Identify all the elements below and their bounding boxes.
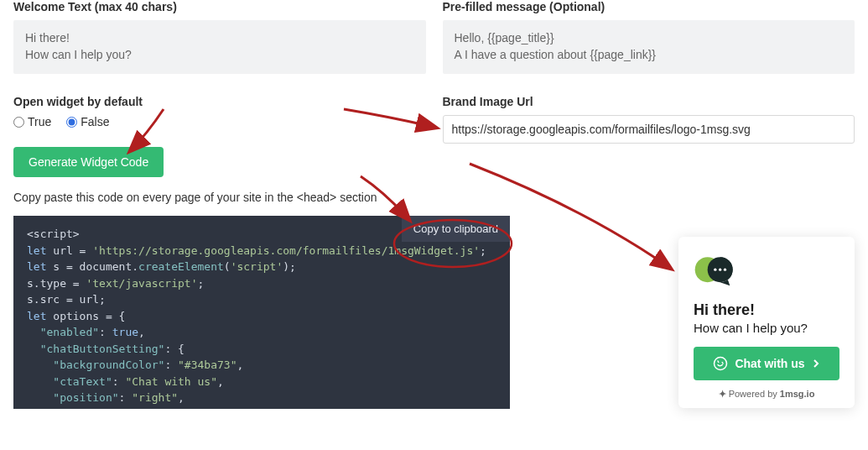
radio-true-label: True xyxy=(28,115,51,128)
radio-false[interactable]: False xyxy=(66,115,109,128)
code-line: s.type = 'text/javascript'; xyxy=(27,275,496,292)
powered-by: ✦ Powered by 1msg.io xyxy=(694,389,839,400)
svg-point-2 xyxy=(714,269,716,271)
generate-widget-code-button[interactable]: Generate Widget Code xyxy=(13,147,164,177)
svg-point-3 xyxy=(719,269,721,271)
code-line: let url = 'https://storage.googleapis.co… xyxy=(27,243,496,259)
prefilled-message-input[interactable] xyxy=(443,20,855,74)
radio-true[interactable]: True xyxy=(13,115,51,128)
code-line: "chatButtonSetting": { xyxy=(27,341,496,358)
code-line: let s = document.createElement('script')… xyxy=(27,259,496,275)
code-block: Copy to clipboard <script> let url = 'ht… xyxy=(13,216,510,409)
welcome-text-input[interactable] xyxy=(13,20,426,74)
code-line: s.src = url; xyxy=(27,291,496,308)
chevron-right-icon xyxy=(812,358,820,369)
widget-preview: Hi there! How can I help you? Chat with … xyxy=(678,237,855,408)
svg-point-5 xyxy=(715,358,727,370)
svg-point-4 xyxy=(724,269,726,271)
welcome-text-label: Welcome Text (max 40 chars) xyxy=(13,0,426,13)
code-line: "marginLeft": "20", xyxy=(27,406,496,410)
brand-logo-icon xyxy=(694,254,735,287)
brand-image-url-label: Brand Image Url xyxy=(443,95,855,108)
brand-image-url-input[interactable] xyxy=(443,115,855,144)
widget-subtitle: How can I help you? xyxy=(694,321,839,335)
code-line: "backgroundColor": "#34ba73", xyxy=(27,357,496,374)
code-line: "position": "right", xyxy=(27,390,496,406)
radio-false-label: False xyxy=(81,115,109,128)
chat-with-us-button[interactable]: Chat with us xyxy=(694,347,839,380)
code-line: "ctaText": "Chat with us", xyxy=(27,374,496,390)
code-line: "enabled": true, xyxy=(27,324,496,341)
whatsapp-icon xyxy=(713,356,728,371)
cta-label: Chat with us xyxy=(735,357,804,370)
helper-text: Copy paste this code on every page of yo… xyxy=(13,191,426,204)
prefilled-message-label: Pre-filled message (Optional) xyxy=(443,0,855,13)
copy-to-clipboard-button[interactable]: Copy to clipboard xyxy=(402,216,510,242)
code-line: let options = { xyxy=(27,308,496,325)
open-default-label: Open widget by default xyxy=(13,95,426,108)
widget-title: Hi there! xyxy=(694,301,839,319)
